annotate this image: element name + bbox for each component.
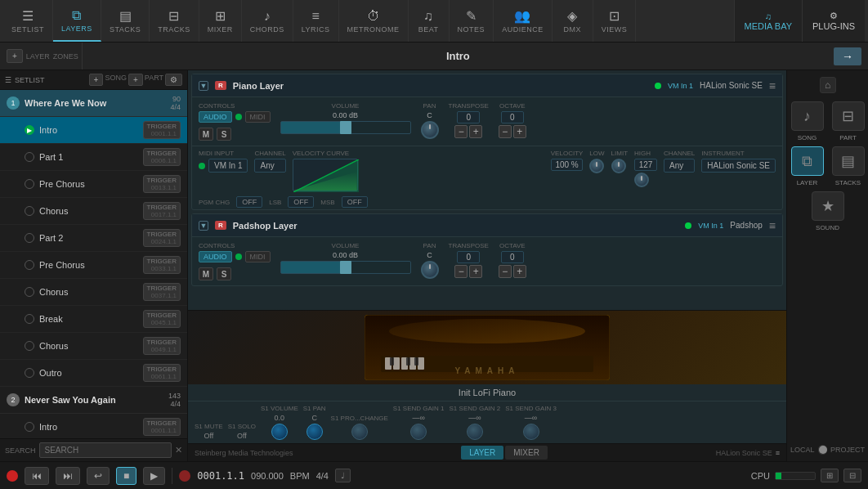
mute-button[interactable]: M xyxy=(199,128,213,141)
padshop-octave-minus-button[interactable]: − xyxy=(499,265,512,278)
add-layer-button[interactable]: + xyxy=(7,49,23,63)
padshop-transpose-plus-button[interactable]: + xyxy=(469,265,482,278)
instrument-select[interactable]: HALion Sonic SE xyxy=(701,159,776,173)
toolbar-dmx[interactable]: ◈ DMX xyxy=(553,0,593,42)
rewind-button[interactable]: ⏮ xyxy=(25,467,49,485)
low-knob[interactable] xyxy=(589,159,604,173)
rp-card-part[interactable]: ⊟ PART xyxy=(830,101,866,141)
s1-prog-knob[interactable] xyxy=(351,424,368,440)
part-item[interactable]: Pre Chorus TRIGGER 0033.1.1 xyxy=(0,252,187,279)
rp-card-stacks[interactable]: ▤ STACKS xyxy=(830,146,866,186)
channel-out-select[interactable]: Any xyxy=(664,159,695,173)
s1-gain2-knob[interactable] xyxy=(467,424,483,440)
toolbar-beat[interactable]: ♫ BEAT xyxy=(409,0,450,42)
part-item[interactable]: ▶ Intro TRIGGER 0001.1.1 xyxy=(0,117,187,144)
toolbar-setlist[interactable]: ☰ SETLIST xyxy=(3,0,53,42)
octave-minus-button[interactable]: − xyxy=(499,125,512,138)
volume-thumb[interactable] xyxy=(340,121,351,134)
local-project-switch[interactable] xyxy=(818,445,827,455)
padshop-collapse-toggle[interactable]: ▼ xyxy=(199,221,208,231)
rp-card-sound[interactable]: ★ SOUND xyxy=(810,191,846,231)
toolbar-metronome[interactable]: ⏱ METRONOME xyxy=(339,0,409,42)
part-item[interactable]: Pre Chorus TRIGGER 0013.1.1 xyxy=(0,171,187,198)
search-input[interactable] xyxy=(39,442,172,458)
audio-toggle[interactable]: AUDIO xyxy=(199,111,232,123)
next-section-button[interactable]: → xyxy=(834,47,861,65)
limit-knob[interactable] xyxy=(611,159,626,173)
padshop-transpose-minus-button[interactable]: − xyxy=(454,265,468,278)
layer-tab[interactable]: LAYER xyxy=(461,446,503,460)
toolbar-notes[interactable]: ✎ NOTES xyxy=(450,0,494,42)
split-view-button[interactable]: ⊟ xyxy=(843,469,861,482)
part-item[interactable]: Chorus TRIGGER 0049.1.1 xyxy=(0,333,187,360)
volume-slider[interactable] xyxy=(280,121,411,134)
lsb-value[interactable]: OFF xyxy=(288,196,314,208)
mixer-tab[interactable]: MIXER xyxy=(505,446,548,460)
toolbar-lyrics[interactable]: ≡ LYRICS xyxy=(293,0,339,42)
padshop-audio-toggle[interactable]: AUDIO xyxy=(199,251,232,262)
settings-button[interactable]: ⚙ xyxy=(165,74,182,86)
toolbar-views[interactable]: ⊡ VIEWS xyxy=(593,0,637,42)
toolbar-mixer[interactable]: ⊞ MIXER xyxy=(199,0,242,42)
transpose-plus-button[interactable]: + xyxy=(469,125,482,138)
layer-collapse-toggle[interactable]: ▼ xyxy=(199,81,208,91)
toolbar-plugins[interactable]: ⚙ PLUG-INS xyxy=(802,0,865,42)
clear-search-icon[interactable]: ✕ xyxy=(175,445,182,455)
rp-card-song[interactable]: ♪ SONG xyxy=(790,101,825,141)
grid-view-button[interactable]: ⊞ xyxy=(821,469,839,482)
layer-menu-icon[interactable]: ≡ xyxy=(769,79,776,92)
msb-value[interactable]: OFF xyxy=(342,196,368,208)
s1-gain3-knob[interactable] xyxy=(523,424,539,440)
play-button[interactable]: ▶ xyxy=(143,467,165,485)
stop-button[interactable]: ■ xyxy=(116,467,136,485)
padshop-mute-button[interactable]: M xyxy=(199,267,213,280)
padshop-volume-thumb[interactable] xyxy=(340,261,351,274)
channel-select[interactable]: Any xyxy=(254,159,285,173)
toolbar-stacks[interactable]: ▤ STACKS xyxy=(101,0,150,42)
pgm-chg-value[interactable]: OFF xyxy=(236,196,262,208)
toolbar-tracks[interactable]: ⊟ TRACKS xyxy=(150,0,199,42)
padshop-solo-button[interactable]: S xyxy=(217,267,231,280)
part-item[interactable]: Outro TRIGGER 0061.1.1 xyxy=(0,360,187,387)
part-item[interactable]: Chorus TRIGGER 0017.1.1 xyxy=(0,198,187,225)
record-button[interactable] xyxy=(7,470,18,482)
toolbar-audience[interactable]: 👥 AUDIENCE xyxy=(494,0,553,42)
loop-button[interactable]: ↩ xyxy=(87,467,110,485)
s1-pan-knob[interactable] xyxy=(306,424,323,440)
s1-gain2-control: S1 Send Gain 2 —∞ xyxy=(450,405,501,440)
padshop-menu-icon[interactable]: ≡ xyxy=(769,219,776,232)
high-knob[interactable] xyxy=(634,173,649,187)
record-armed-button[interactable] xyxy=(179,470,190,482)
s1-volume-knob[interactable] xyxy=(271,424,288,440)
part-item[interactable]: Chorus TRIGGER 0037.1.1 xyxy=(0,279,187,306)
setlist-label: SETLIST xyxy=(11,25,44,34)
toolbar-mediabay[interactable]: ♫ MEDIA BAY xyxy=(734,0,802,42)
pan-knob[interactable] xyxy=(421,121,439,139)
solo-button[interactable]: S xyxy=(217,128,231,141)
add-song-button[interactable]: + xyxy=(89,74,104,86)
song-item[interactable]: 2 Never Saw You Again 143 4/4 xyxy=(0,387,187,414)
home-icon-button[interactable]: ⌂ xyxy=(820,77,836,93)
padshop-volume-slider[interactable] xyxy=(280,261,411,274)
transpose-minus-button[interactable]: − xyxy=(454,125,468,138)
s1-gain1-knob[interactable] xyxy=(410,424,427,440)
padshop-octave-plus-button[interactable]: + xyxy=(513,265,526,278)
octave-plus-button[interactable]: + xyxy=(513,125,526,138)
part-item[interactable]: Part 2 TRIGGER 0024.1.1 xyxy=(0,225,187,252)
song-item[interactable]: 1 Where Are We Now 90 4/4 xyxy=(0,90,187,117)
part-name: Outro xyxy=(39,368,138,378)
toolbar-layers[interactable]: ⧉ LAYERS xyxy=(53,0,101,42)
part-item[interactable]: Break TRIGGER 0045.1.1 xyxy=(0,306,187,333)
part-item[interactable]: Part 1 TRIGGER 0006.1.1 xyxy=(0,144,187,171)
halion-menu-icon[interactable]: ≡ xyxy=(776,449,780,457)
metronome-toggle[interactable]: ♩ xyxy=(335,469,351,482)
fast-forward-button[interactable]: ⏭ xyxy=(56,467,80,485)
toolbar-chords[interactable]: ♪ CHORDS xyxy=(242,0,293,42)
add-part-button[interactable]: + xyxy=(128,74,143,86)
rp-card-layer[interactable]: ⧉ LAYER xyxy=(790,146,825,186)
midi-input-select[interactable]: VM In 1 xyxy=(208,159,248,173)
padshop-midi-toggle[interactable]: MIDI xyxy=(245,251,271,262)
midi-toggle[interactable]: MIDI xyxy=(245,111,271,123)
padshop-pan-knob[interactable] xyxy=(421,261,439,279)
part-item[interactable]: Intro TRIGGER 0001.1.1 xyxy=(0,414,187,438)
